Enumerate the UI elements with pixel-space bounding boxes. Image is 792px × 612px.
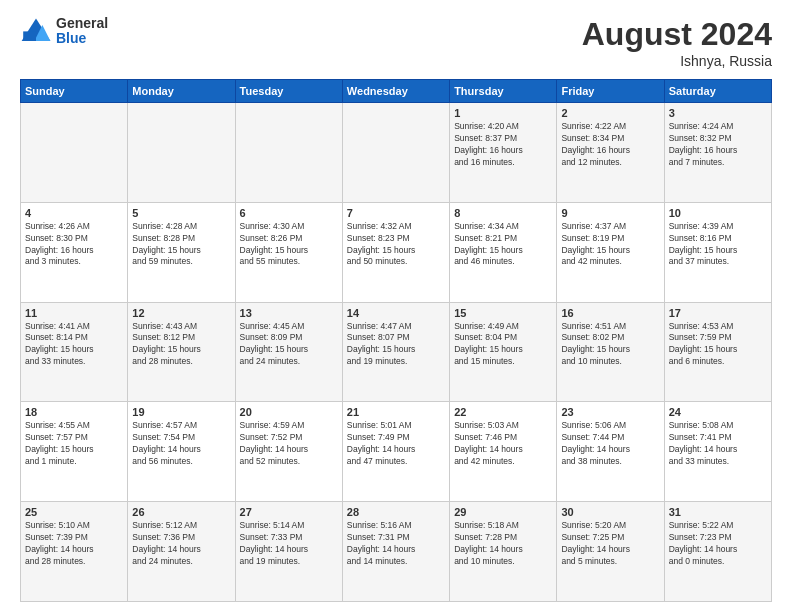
calendar-cell: 6Sunrise: 4:30 AMSunset: 8:26 PMDaylight… [235,202,342,302]
calendar-cell: 24Sunrise: 5:08 AMSunset: 7:41 PMDayligh… [664,402,771,502]
calendar-cell: 17Sunrise: 4:53 AMSunset: 7:59 PMDayligh… [664,302,771,402]
calendar-week-row: 4Sunrise: 4:26 AMSunset: 8:30 PMDaylight… [21,202,772,302]
calendar-cell: 19Sunrise: 4:57 AMSunset: 7:54 PMDayligh… [128,402,235,502]
calendar-week-row: 18Sunrise: 4:55 AMSunset: 7:57 PMDayligh… [21,402,772,502]
calendar-cell: 14Sunrise: 4:47 AMSunset: 8:07 PMDayligh… [342,302,449,402]
calendar-cell: 31Sunrise: 5:22 AMSunset: 7:23 PMDayligh… [664,502,771,602]
calendar-cell: 4Sunrise: 4:26 AMSunset: 8:30 PMDaylight… [21,202,128,302]
cell-date: 29 [454,506,552,518]
cell-info: Sunrise: 4:51 AMSunset: 8:02 PMDaylight:… [561,321,659,369]
month-year: August 2024 [582,16,772,53]
calendar-week-row: 25Sunrise: 5:10 AMSunset: 7:39 PMDayligh… [21,502,772,602]
calendar-cell [128,103,235,203]
calendar-cell [235,103,342,203]
cell-date: 13 [240,307,338,319]
calendar-cell: 10Sunrise: 4:39 AMSunset: 8:16 PMDayligh… [664,202,771,302]
cell-date: 3 [669,107,767,119]
cell-date: 11 [25,307,123,319]
day-header-wednesday: Wednesday [342,80,449,103]
calendar-week-row: 11Sunrise: 4:41 AMSunset: 8:14 PMDayligh… [21,302,772,402]
calendar-week-row: 1Sunrise: 4:20 AMSunset: 8:37 PMDaylight… [21,103,772,203]
cell-info: Sunrise: 5:01 AMSunset: 7:49 PMDaylight:… [347,420,445,468]
cell-date: 12 [132,307,230,319]
logo-general: General [56,16,108,31]
cell-info: Sunrise: 4:47 AMSunset: 8:07 PMDaylight:… [347,321,445,369]
cell-date: 15 [454,307,552,319]
cell-info: Sunrise: 5:08 AMSunset: 7:41 PMDaylight:… [669,420,767,468]
day-header-monday: Monday [128,80,235,103]
calendar-cell: 9Sunrise: 4:37 AMSunset: 8:19 PMDaylight… [557,202,664,302]
svg-rect-2 [23,32,36,42]
cell-date: 2 [561,107,659,119]
cell-info: Sunrise: 4:28 AMSunset: 8:28 PMDaylight:… [132,221,230,269]
calendar-cell [21,103,128,203]
cell-date: 28 [347,506,445,518]
calendar-cell: 1Sunrise: 4:20 AMSunset: 8:37 PMDaylight… [450,103,557,203]
cell-date: 19 [132,406,230,418]
cell-info: Sunrise: 5:06 AMSunset: 7:44 PMDaylight:… [561,420,659,468]
cell-info: Sunrise: 4:57 AMSunset: 7:54 PMDaylight:… [132,420,230,468]
day-header-friday: Friday [557,80,664,103]
cell-info: Sunrise: 4:41 AMSunset: 8:14 PMDaylight:… [25,321,123,369]
calendar-header-row: SundayMondayTuesdayWednesdayThursdayFrid… [21,80,772,103]
cell-date: 27 [240,506,338,518]
calendar-cell [342,103,449,203]
cell-info: Sunrise: 4:45 AMSunset: 8:09 PMDaylight:… [240,321,338,369]
cell-info: Sunrise: 4:59 AMSunset: 7:52 PMDaylight:… [240,420,338,468]
cell-date: 7 [347,207,445,219]
calendar-cell: 15Sunrise: 4:49 AMSunset: 8:04 PMDayligh… [450,302,557,402]
cell-date: 14 [347,307,445,319]
day-header-saturday: Saturday [664,80,771,103]
cell-date: 21 [347,406,445,418]
cell-info: Sunrise: 4:55 AMSunset: 7:57 PMDaylight:… [25,420,123,468]
cell-info: Sunrise: 5:10 AMSunset: 7:39 PMDaylight:… [25,520,123,568]
header: General Blue August 2024 Ishnya, Russia [20,16,772,69]
logo: General Blue [20,16,108,47]
calendar-cell: 7Sunrise: 4:32 AMSunset: 8:23 PMDaylight… [342,202,449,302]
location: Ishnya, Russia [582,53,772,69]
calendar-cell: 30Sunrise: 5:20 AMSunset: 7:25 PMDayligh… [557,502,664,602]
cell-info: Sunrise: 4:32 AMSunset: 8:23 PMDaylight:… [347,221,445,269]
cell-info: Sunrise: 5:22 AMSunset: 7:23 PMDaylight:… [669,520,767,568]
cell-date: 20 [240,406,338,418]
cell-info: Sunrise: 4:20 AMSunset: 8:37 PMDaylight:… [454,121,552,169]
cell-date: 9 [561,207,659,219]
cell-info: Sunrise: 5:20 AMSunset: 7:25 PMDaylight:… [561,520,659,568]
cell-info: Sunrise: 4:43 AMSunset: 8:12 PMDaylight:… [132,321,230,369]
cell-info: Sunrise: 4:37 AMSunset: 8:19 PMDaylight:… [561,221,659,269]
calendar-cell: 13Sunrise: 4:45 AMSunset: 8:09 PMDayligh… [235,302,342,402]
calendar-cell: 11Sunrise: 4:41 AMSunset: 8:14 PMDayligh… [21,302,128,402]
calendar-cell: 8Sunrise: 4:34 AMSunset: 8:21 PMDaylight… [450,202,557,302]
cell-date: 24 [669,406,767,418]
cell-info: Sunrise: 5:16 AMSunset: 7:31 PMDaylight:… [347,520,445,568]
calendar: SundayMondayTuesdayWednesdayThursdayFrid… [20,79,772,602]
calendar-cell: 12Sunrise: 4:43 AMSunset: 8:12 PMDayligh… [128,302,235,402]
calendar-cell: 21Sunrise: 5:01 AMSunset: 7:49 PMDayligh… [342,402,449,502]
calendar-cell: 16Sunrise: 4:51 AMSunset: 8:02 PMDayligh… [557,302,664,402]
cell-date: 22 [454,406,552,418]
calendar-cell: 29Sunrise: 5:18 AMSunset: 7:28 PMDayligh… [450,502,557,602]
cell-date: 10 [669,207,767,219]
cell-info: Sunrise: 4:39 AMSunset: 8:16 PMDaylight:… [669,221,767,269]
cell-info: Sunrise: 5:03 AMSunset: 7:46 PMDaylight:… [454,420,552,468]
calendar-cell: 3Sunrise: 4:24 AMSunset: 8:32 PMDaylight… [664,103,771,203]
cell-info: Sunrise: 4:49 AMSunset: 8:04 PMDaylight:… [454,321,552,369]
cell-date: 18 [25,406,123,418]
calendar-cell: 2Sunrise: 4:22 AMSunset: 8:34 PMDaylight… [557,103,664,203]
cell-date: 16 [561,307,659,319]
cell-info: Sunrise: 4:34 AMSunset: 8:21 PMDaylight:… [454,221,552,269]
calendar-cell: 25Sunrise: 5:10 AMSunset: 7:39 PMDayligh… [21,502,128,602]
day-header-tuesday: Tuesday [235,80,342,103]
cell-date: 4 [25,207,123,219]
logo-blue: Blue [56,31,108,46]
day-header-sunday: Sunday [21,80,128,103]
calendar-cell: 28Sunrise: 5:16 AMSunset: 7:31 PMDayligh… [342,502,449,602]
cell-info: Sunrise: 4:30 AMSunset: 8:26 PMDaylight:… [240,221,338,269]
calendar-cell: 18Sunrise: 4:55 AMSunset: 7:57 PMDayligh… [21,402,128,502]
cell-info: Sunrise: 5:14 AMSunset: 7:33 PMDaylight:… [240,520,338,568]
day-header-thursday: Thursday [450,80,557,103]
cell-date: 26 [132,506,230,518]
cell-date: 8 [454,207,552,219]
cell-date: 5 [132,207,230,219]
cell-date: 25 [25,506,123,518]
